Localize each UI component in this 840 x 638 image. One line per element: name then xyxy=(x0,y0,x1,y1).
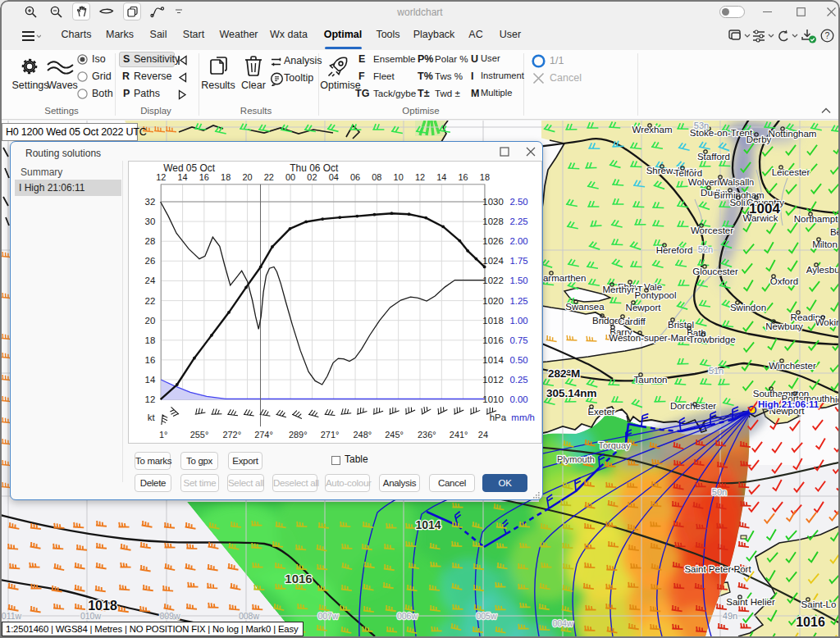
svg-text:006w: 006w xyxy=(397,611,418,621)
svg-text:12: 12 xyxy=(156,172,166,182)
svg-text:Milton K: Milton K xyxy=(812,239,838,249)
svg-text:305.14nm: 305.14nm xyxy=(546,387,597,399)
svg-text:Wokingh: Wokingh xyxy=(815,317,838,327)
svg-text:004w: 004w xyxy=(552,618,573,628)
svg-text:16: 16 xyxy=(459,172,468,182)
svg-text:005w: 005w xyxy=(476,611,497,621)
svg-text:1.00: 1.00 xyxy=(509,316,527,326)
svg-text:28: 28 xyxy=(145,236,156,246)
svg-text:Wrexham: Wrexham xyxy=(632,125,673,134)
svg-text:2.50: 2.50 xyxy=(509,197,527,207)
svg-text:04: 04 xyxy=(329,172,339,182)
svg-text:Carmarthen: Carmarthen xyxy=(536,273,587,283)
svg-text:1.25: 1.25 xyxy=(509,296,527,306)
svg-text:Walsall: Walsall xyxy=(719,177,750,187)
svg-text:16: 16 xyxy=(145,355,156,365)
svg-text:282°M: 282°M xyxy=(548,367,580,380)
svg-text:Taunton: Taunton xyxy=(634,375,668,385)
svg-text:1012: 1012 xyxy=(482,375,503,385)
svg-text:Leicester: Leicester xyxy=(772,167,810,177)
svg-text:Newbury: Newbury xyxy=(765,321,803,331)
svg-text:0.25: 0.25 xyxy=(509,375,527,385)
svg-text:1026: 1026 xyxy=(482,236,503,246)
svg-text:Hereford: Hereford xyxy=(656,245,693,255)
svg-text:2.25: 2.25 xyxy=(509,216,527,226)
svg-text:Trowbridge: Trowbridge xyxy=(688,335,735,344)
svg-text:Northampton: Northampton xyxy=(794,214,838,224)
svg-text:mm/h: mm/h xyxy=(511,412,535,422)
svg-text:08: 08 xyxy=(372,172,381,182)
svg-text:51n: 51n xyxy=(709,366,724,376)
svg-text:1014: 1014 xyxy=(482,355,504,365)
svg-text:Pontypool: Pontypool xyxy=(634,290,676,300)
svg-text:272°: 272° xyxy=(222,430,241,440)
svg-text:Swansea: Swansea xyxy=(565,302,605,312)
svg-text:009w: 009w xyxy=(159,611,180,621)
svg-text:241°: 241° xyxy=(450,430,468,440)
svg-text:49n: 49n xyxy=(723,611,737,621)
svg-text:24: 24 xyxy=(478,430,488,440)
svg-text:14: 14 xyxy=(145,375,156,385)
svg-text:16: 16 xyxy=(199,172,209,182)
svg-text:0.50: 0.50 xyxy=(509,355,527,365)
svg-text:008w: 008w xyxy=(239,611,260,621)
svg-text:274°: 274° xyxy=(254,430,273,440)
svg-text:30: 30 xyxy=(145,216,156,226)
svg-text:12: 12 xyxy=(145,394,156,404)
svg-text:Plymouth: Plymouth xyxy=(557,454,595,464)
svg-text:289°: 289° xyxy=(289,430,308,440)
svg-text:Be: Be xyxy=(830,227,838,237)
svg-text:236°: 236° xyxy=(418,430,436,440)
svg-text:06: 06 xyxy=(350,172,360,182)
svg-text:1016: 1016 xyxy=(285,572,312,586)
svg-text:12: 12 xyxy=(415,172,425,182)
svg-text:0.00: 0.00 xyxy=(509,394,527,404)
svg-text:010w: 010w xyxy=(80,611,102,621)
svg-text:52n: 52n xyxy=(698,244,713,254)
svg-text:kt: kt xyxy=(148,412,156,422)
svg-text:Saint Peter Port: Saint Peter Port xyxy=(684,564,751,574)
svg-text:1.50: 1.50 xyxy=(509,276,527,285)
svg-text:248°: 248° xyxy=(354,430,372,440)
svg-text:1016: 1016 xyxy=(482,335,503,345)
svg-text:02: 02 xyxy=(307,172,317,182)
svg-text:Weston-super-Mare: Weston-super-Mare xyxy=(609,333,692,343)
svg-text:1022: 1022 xyxy=(482,276,503,285)
svg-text:Worcester: Worcester xyxy=(691,226,733,235)
svg-text:14: 14 xyxy=(177,172,187,182)
svg-text:50n: 50n xyxy=(712,487,727,497)
svg-text:0.75: 0.75 xyxy=(509,335,527,345)
svg-text:53n: 53n xyxy=(694,121,709,130)
svg-text:Saint Helier: Saint Helier xyxy=(726,597,775,607)
svg-text:1004: 1004 xyxy=(749,201,780,216)
svg-text:24: 24 xyxy=(145,276,156,285)
svg-text:26: 26 xyxy=(145,256,156,266)
svg-text:00: 00 xyxy=(285,172,295,182)
svg-text:011w: 011w xyxy=(2,611,22,621)
svg-text:32: 32 xyxy=(145,197,156,207)
svg-text:Nottingham: Nottingham xyxy=(769,129,817,139)
svg-text:20: 20 xyxy=(242,172,252,182)
svg-text:10: 10 xyxy=(394,172,404,182)
svg-text:1.75: 1.75 xyxy=(509,256,527,266)
svg-text:2.00: 2.00 xyxy=(509,236,527,246)
svg-text:1010: 1010 xyxy=(482,394,503,404)
svg-text:22: 22 xyxy=(145,296,156,306)
svg-text:hPa: hPa xyxy=(490,412,507,422)
svg-text:1014: 1014 xyxy=(415,518,441,531)
svg-text:Winchester: Winchester xyxy=(769,361,816,371)
svg-text:Torquay: Torquay xyxy=(598,440,631,450)
svg-text:?: ? xyxy=(825,30,830,40)
svg-text:271°: 271° xyxy=(321,430,340,440)
svg-text:Stafford: Stafford xyxy=(697,152,730,162)
svg-text:Newport: Newport xyxy=(626,303,662,312)
svg-text:Gloucester: Gloucester xyxy=(692,267,738,276)
svg-text:High 21:06:11: High 21:06:11 xyxy=(758,399,819,409)
svg-text:18: 18 xyxy=(221,172,231,182)
svg-text:1020: 1020 xyxy=(482,296,503,306)
svg-text:255°: 255° xyxy=(190,430,209,440)
svg-text:22: 22 xyxy=(264,172,274,182)
svg-text:20: 20 xyxy=(145,316,156,326)
svg-text:1024: 1024 xyxy=(482,256,504,266)
svg-text:1030: 1030 xyxy=(482,197,503,207)
